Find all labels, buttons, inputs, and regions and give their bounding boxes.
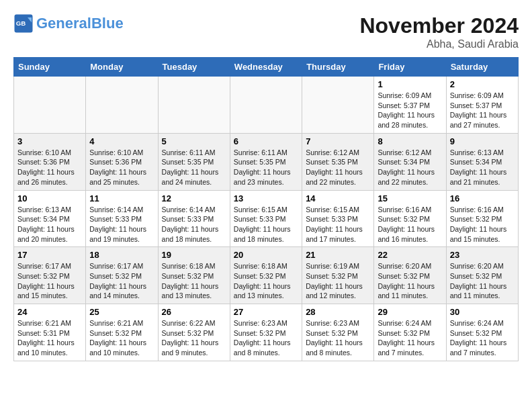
day-content: Sunrise: 6:15 AMSunset: 5:33 PMDaylight:… (234, 205, 298, 244)
col-header-wednesday: Wednesday (230, 58, 302, 77)
day-number: 30 (450, 307, 515, 317)
calendar-cell: 23Sunrise: 6:20 AMSunset: 5:32 PMDayligh… (446, 247, 518, 304)
calendar-cell: 29Sunrise: 6:24 AMSunset: 5:32 PMDayligh… (374, 304, 446, 361)
calendar-cell: 25Sunrise: 6:21 AMSunset: 5:32 PMDayligh… (86, 304, 158, 361)
day-content: Sunrise: 6:15 AMSunset: 5:33 PMDaylight:… (306, 205, 370, 244)
calendar-cell: 13Sunrise: 6:15 AMSunset: 5:33 PMDayligh… (230, 190, 302, 247)
day-number: 7 (306, 136, 370, 146)
calendar-cell: 28Sunrise: 6:23 AMSunset: 5:32 PMDayligh… (302, 304, 374, 361)
day-content: Sunrise: 6:13 AMSunset: 5:34 PMDaylight:… (17, 205, 82, 244)
day-number: 13 (234, 193, 298, 203)
day-content: Sunrise: 6:17 AMSunset: 5:32 PMDaylight:… (89, 261, 154, 301)
day-content: Sunrise: 6:10 AMSunset: 5:36 PMDaylight:… (17, 148, 82, 187)
day-content: Sunrise: 6:20 AMSunset: 5:32 PMDaylight:… (378, 261, 442, 301)
calendar-cell: 24Sunrise: 6:21 AMSunset: 5:31 PMDayligh… (14, 304, 86, 361)
logo-general: General (36, 15, 91, 32)
day-number: 3 (17, 136, 82, 146)
day-number: 12 (162, 193, 226, 203)
day-number: 18 (89, 250, 154, 260)
calendar-cell: 26Sunrise: 6:22 AMSunset: 5:32 PMDayligh… (158, 304, 230, 361)
calendar-cell: 18Sunrise: 6:17 AMSunset: 5:32 PMDayligh… (86, 247, 158, 304)
day-content: Sunrise: 6:24 AMSunset: 5:32 PMDaylight:… (450, 318, 515, 358)
calendar-cell: 11Sunrise: 6:14 AMSunset: 5:33 PMDayligh… (86, 190, 158, 247)
calendar-week-5: 24Sunrise: 6:21 AMSunset: 5:31 PMDayligh… (14, 304, 519, 361)
calendar-cell: 1Sunrise: 6:09 AMSunset: 5:37 PMDaylight… (374, 77, 446, 134)
day-number: 5 (162, 136, 226, 146)
day-content: Sunrise: 6:12 AMSunset: 5:35 PMDaylight:… (306, 148, 370, 187)
page-header: GB GeneralBlue November 2024 Abha, Saudi… (13, 13, 519, 50)
day-number: 27 (234, 307, 298, 317)
day-number: 28 (306, 307, 370, 317)
logo-icon: GB (13, 13, 34, 34)
day-number: 16 (450, 193, 515, 203)
calendar-cell: 30Sunrise: 6:24 AMSunset: 5:32 PMDayligh… (446, 304, 518, 361)
calendar-cell: 16Sunrise: 6:16 AMSunset: 5:32 PMDayligh… (446, 190, 518, 247)
calendar-cell: 9Sunrise: 6:13 AMSunset: 5:34 PMDaylight… (446, 133, 518, 190)
day-content: Sunrise: 6:10 AMSunset: 5:36 PMDaylight:… (89, 148, 154, 187)
calendar-cell: 6Sunrise: 6:11 AMSunset: 5:35 PMDaylight… (230, 133, 302, 190)
col-header-saturday: Saturday (446, 58, 518, 77)
calendar-cell (302, 77, 374, 134)
day-content: Sunrise: 6:12 AMSunset: 5:34 PMDaylight:… (378, 148, 442, 187)
calendar-cell: 7Sunrise: 6:12 AMSunset: 5:35 PMDaylight… (302, 133, 374, 190)
day-content: Sunrise: 6:24 AMSunset: 5:32 PMDaylight:… (378, 318, 442, 358)
day-number: 8 (378, 136, 442, 146)
day-content: Sunrise: 6:18 AMSunset: 5:32 PMDaylight:… (162, 261, 226, 301)
day-number: 19 (162, 250, 226, 260)
calendar-week-2: 3Sunrise: 6:10 AMSunset: 5:36 PMDaylight… (14, 133, 519, 190)
col-header-sunday: Sunday (14, 58, 86, 77)
logo-blue: Blue (91, 15, 124, 32)
calendar-cell (14, 77, 86, 134)
calendar-header-row: SundayMondayTuesdayWednesdayThursdayFrid… (14, 58, 519, 77)
day-content: Sunrise: 6:09 AMSunset: 5:37 PMDaylight:… (450, 91, 515, 130)
day-number: 22 (378, 250, 442, 260)
day-content: Sunrise: 6:18 AMSunset: 5:32 PMDaylight:… (234, 261, 298, 301)
day-content: Sunrise: 6:14 AMSunset: 5:33 PMDaylight:… (89, 205, 154, 244)
day-content: Sunrise: 6:11 AMSunset: 5:35 PMDaylight:… (234, 148, 298, 187)
calendar-cell (158, 77, 230, 134)
svg-text:GB: GB (16, 19, 26, 27)
calendar-week-3: 10Sunrise: 6:13 AMSunset: 5:34 PMDayligh… (14, 190, 519, 247)
day-number: 1 (378, 79, 442, 89)
calendar-cell (86, 77, 158, 134)
calendar-cell: 5Sunrise: 6:11 AMSunset: 5:35 PMDaylight… (158, 133, 230, 190)
calendar-week-4: 17Sunrise: 6:17 AMSunset: 5:32 PMDayligh… (14, 247, 519, 304)
calendar-cell: 20Sunrise: 6:18 AMSunset: 5:32 PMDayligh… (230, 247, 302, 304)
day-content: Sunrise: 6:14 AMSunset: 5:33 PMDaylight:… (162, 205, 226, 244)
calendar-cell: 22Sunrise: 6:20 AMSunset: 5:32 PMDayligh… (374, 247, 446, 304)
calendar-cell: 17Sunrise: 6:17 AMSunset: 5:32 PMDayligh… (14, 247, 86, 304)
col-header-thursday: Thursday (302, 58, 374, 77)
calendar-week-1: 1Sunrise: 6:09 AMSunset: 5:37 PMDaylight… (14, 77, 519, 134)
day-number: 20 (234, 250, 298, 260)
calendar-cell: 4Sunrise: 6:10 AMSunset: 5:36 PMDaylight… (86, 133, 158, 190)
calendar-cell: 15Sunrise: 6:16 AMSunset: 5:32 PMDayligh… (374, 190, 446, 247)
location-title: Abha, Saudi Arabia (359, 38, 519, 50)
day-number: 23 (450, 250, 515, 260)
day-number: 17 (17, 250, 82, 260)
day-content: Sunrise: 6:20 AMSunset: 5:32 PMDaylight:… (450, 261, 515, 301)
day-content: Sunrise: 6:11 AMSunset: 5:35 PMDaylight:… (162, 148, 226, 187)
calendar-cell: 2Sunrise: 6:09 AMSunset: 5:37 PMDaylight… (446, 77, 518, 134)
day-number: 2 (450, 79, 515, 89)
calendar-cell: 21Sunrise: 6:19 AMSunset: 5:32 PMDayligh… (302, 247, 374, 304)
day-number: 15 (378, 193, 442, 203)
day-number: 6 (234, 136, 298, 146)
col-header-monday: Monday (86, 58, 158, 77)
day-content: Sunrise: 6:09 AMSunset: 5:37 PMDaylight:… (378, 91, 442, 130)
day-content: Sunrise: 6:23 AMSunset: 5:32 PMDaylight:… (306, 318, 370, 358)
logo-text: GeneralBlue (36, 16, 124, 31)
calendar-cell: 10Sunrise: 6:13 AMSunset: 5:34 PMDayligh… (14, 190, 86, 247)
day-content: Sunrise: 6:17 AMSunset: 5:32 PMDaylight:… (17, 261, 82, 301)
day-number: 10 (17, 193, 82, 203)
day-number: 29 (378, 307, 442, 317)
day-number: 11 (89, 193, 154, 203)
day-number: 9 (450, 136, 515, 146)
day-content: Sunrise: 6:21 AMSunset: 5:31 PMDaylight:… (17, 318, 82, 358)
day-number: 4 (89, 136, 154, 146)
day-number: 25 (89, 307, 154, 317)
day-number: 26 (162, 307, 226, 317)
logo: GB GeneralBlue (13, 13, 124, 34)
day-number: 21 (306, 250, 370, 260)
calendar-cell: 19Sunrise: 6:18 AMSunset: 5:32 PMDayligh… (158, 247, 230, 304)
calendar-cell: 14Sunrise: 6:15 AMSunset: 5:33 PMDayligh… (302, 190, 374, 247)
